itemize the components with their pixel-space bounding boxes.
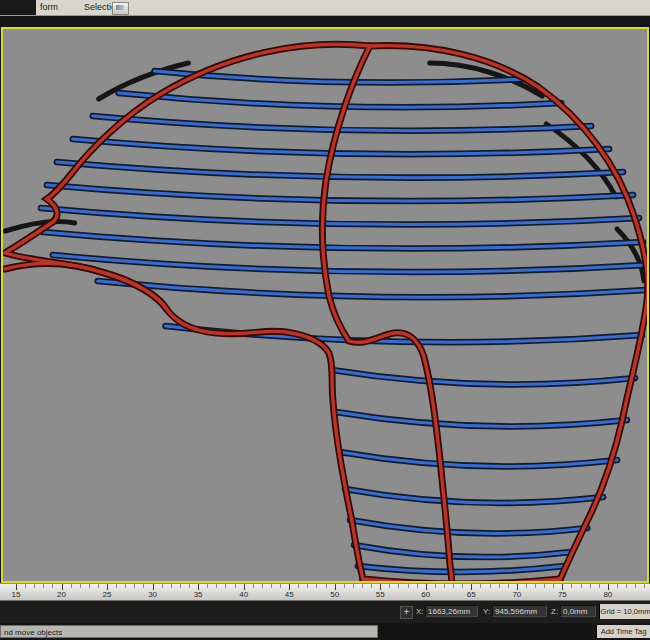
tick-label: 40	[239, 590, 248, 599]
status-hint: nd move objects	[0, 625, 378, 638]
tick-label: 25	[103, 590, 112, 599]
z-label: Z:	[551, 607, 558, 616]
tick-label: 15	[12, 590, 21, 599]
menubar-dark-corner	[0, 0, 36, 15]
tick-label: 45	[285, 590, 294, 599]
app-window: form Selection	[0, 0, 650, 640]
tick-label: 20	[57, 590, 66, 599]
menubar-tool-icon[interactable]	[112, 2, 129, 15]
tick-label: 35	[194, 590, 203, 599]
status-bar: nd move objects Add Time Tag	[0, 623, 650, 640]
viewport-background	[3, 29, 647, 581]
add-time-tag-button[interactable]: Add Time Tag	[596, 625, 650, 638]
menubar: form Selection	[0, 0, 650, 16]
axis-lock-icon[interactable]: +	[400, 606, 413, 619]
menu-item-transform[interactable]: form	[40, 2, 58, 12]
wireframe-head-canvas	[3, 29, 647, 581]
tick-label: 60	[421, 590, 430, 599]
timeline-minor-ticks	[16, 584, 650, 588]
tick-label: 55	[376, 590, 385, 599]
tick-label: 65	[467, 590, 476, 599]
x-value-field[interactable]: 1663,26mm	[425, 605, 478, 617]
tick-label: 70	[512, 590, 521, 599]
tick-label: 80	[603, 590, 612, 599]
x-label: X:	[416, 607, 424, 616]
coordinate-bar: + X: 1663,26mm Y: 945,596mm Z: 0,0mm Gri…	[0, 601, 650, 623]
tick-label: 30	[148, 590, 157, 599]
tick-label: 50	[330, 590, 339, 599]
timeline-ruler[interactable]: 1520253035404550556065707580	[0, 583, 650, 601]
tick-label: 75	[558, 590, 567, 599]
z-value-field[interactable]: 0,0mm	[560, 605, 596, 617]
viewport[interactable]	[1, 27, 649, 583]
grid-size-label: Grid = 10,0mm	[599, 604, 650, 619]
y-value-field[interactable]: 945,596mm	[492, 605, 547, 617]
y-label: Y:	[483, 607, 490, 616]
